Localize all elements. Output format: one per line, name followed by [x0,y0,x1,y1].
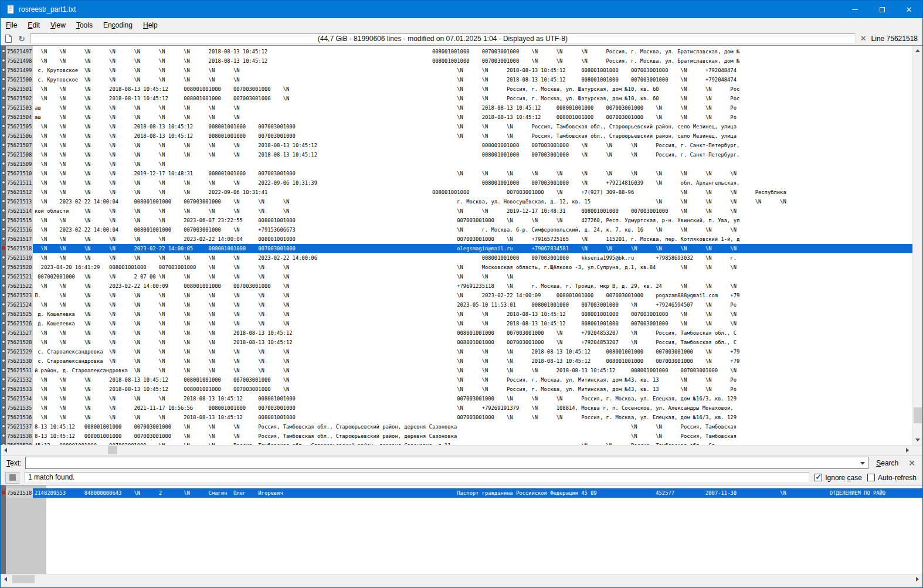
line-bullet-icon[interactable] [1,441,6,445]
line-bullet-icon[interactable] [1,431,6,441]
log-line-75621518[interactable]: 756215182148209553 848000000643 \N 2 \N … [1,488,922,498]
log-line-75621498[interactable]: 75621498 \N \N \N \N \N \N \N 2018-08-13… [1,56,922,66]
line-bullet-icon[interactable] [1,234,6,244]
line-bullet-icon[interactable] [1,113,6,122]
line-bullet-icon[interactable] [1,56,6,66]
line-bullet-icon[interactable] [1,141,6,150]
scroll-down-arrow[interactable] [913,435,922,445]
log-line-75621516[interactable]: 75621516 \N 2023-02-22 14:00:04 00800100… [1,225,922,234]
log-line-75621500[interactable]: 75621500 с. Крутовское \N \N \N \N \N \N… [1,75,922,84]
log-line-75621538[interactable]: 756215388-13 10:45:12 008001001000 00700… [1,431,922,441]
line-bullet-icon[interactable] [1,347,6,356]
filtered-horizontal-scrollbar[interactable] [1,574,922,584]
log-line-75621533[interactable]: 75621533 \N \N \N 2018-08-13 10:45:12 00… [1,385,922,394]
log-line-75621531[interactable]: 75621531й район, д. Староалександровка \… [1,366,922,375]
ignore-case-checkbox[interactable] [815,474,822,481]
vertical-scrollbar[interactable] [912,46,922,445]
line-bullet-icon[interactable] [1,94,6,103]
line-bullet-icon[interactable] [1,422,6,431]
menu-edit[interactable]: Edit [22,19,45,31]
log-line-75621503[interactable]: 75621503аш \N \N \N \N \N \N \N \N \N 20… [1,103,922,113]
log-line-75621510[interactable]: 75621510 \N \N \N \N 2019-12-17 10:48:31… [1,169,922,178]
stop-search-button[interactable] [5,472,19,484]
menu-tools[interactable]: Tools [71,19,98,31]
log-line-75621522[interactable]: 75621522 \N \N \N 2023-02-22 14:00:09 00… [1,281,922,291]
log-line-75621512[interactable]: 75621512 \N \N \N \N \N \N \N 2022-09-06… [1,188,922,197]
log-line-75621532[interactable]: 75621532 \N \N \N 2018-08-13 10:45:12 00… [1,375,922,385]
line-bullet-icon[interactable] [1,47,6,56]
line-bullet-icon[interactable] [1,150,6,159]
maximize-button[interactable] [868,1,895,18]
line-bullet-icon[interactable] [1,300,6,310]
horizontal-scroll-track[interactable] [11,446,902,455]
log-line-75621514[interactable]: 75621514кой области \N \N \N \N \N \N \N… [1,206,922,216]
log-line-75621515[interactable]: 75621515 \N \N \N \N \N \N 2023-06-07 23… [1,216,922,225]
filtered-horizontal-scroll-track[interactable] [11,575,912,584]
line-bullet-icon[interactable] [1,394,6,403]
line-bullet-icon[interactable] [1,66,6,75]
scroll-up-arrow[interactable] [913,46,922,56]
close-button[interactable]: ✕ [895,1,922,18]
line-bullet-icon[interactable] [1,216,6,225]
line-bullet-icon[interactable] [1,319,6,328]
line-bullet-icon[interactable] [1,281,6,291]
line-bullet-icon[interactable] [1,178,6,188]
main-log-view[interactable]: 75621497 \N \N \N \N \N \N \N 2018-08-13… [1,45,922,445]
log-line-75621501[interactable]: 75621501 \N \N \N 2018-08-13 10:45:12 00… [1,84,922,94]
reload-icon[interactable]: ↻ [16,33,27,44]
log-line-75621537[interactable]: 756215378-13 10:45:12 008001001000 00700… [1,422,922,431]
log-line-75621530[interactable]: 75621530 с. Староалександровка \N \N \N … [1,356,922,366]
marked-bullet-icon[interactable] [1,244,6,253]
marked-bullet-icon[interactable] [1,488,6,498]
log-line-75621536[interactable]: 75621536 \N \N \N \N \N \N 2018-08-13 10… [1,413,922,422]
line-bullet-icon[interactable] [1,122,6,131]
ignore-case-option[interactable]: Ignore case [815,474,862,482]
log-line-75621517[interactable]: 75621517 \N \N \N \N \N \N 2023-02-22 14… [1,234,922,244]
minimize-button[interactable] [841,1,868,18]
log-line-75621520[interactable]: 75621520 2023-04-20 16:41:29 00800100100… [1,263,922,272]
line-bullet-icon[interactable] [1,84,6,94]
line-bullet-icon[interactable] [1,291,6,300]
auto-refresh-option[interactable]: Auto-refresh [867,474,917,482]
vertical-scroll-thumb[interactable] [914,407,922,423]
line-bullet-icon[interactable] [1,356,6,366]
line-bullet-icon[interactable] [1,272,6,281]
log-line-75621527[interactable]: 75621527 \N \N \N \N \N \N \N \N 2018-08… [1,328,922,338]
log-line-75621504[interactable]: 75621504аш \N \N \N \N \N \N \N \N \N 20… [1,113,922,122]
scroll-left-arrow[interactable] [1,446,11,455]
menu-view[interactable]: View [45,19,71,31]
line-bullet-icon[interactable] [1,310,6,319]
line-bullet-icon[interactable] [1,225,6,234]
line-bullet-icon[interactable] [1,197,6,206]
log-line-75621513[interactable]: 75621513 \N 2023-02-22 14:00:04 00800100… [1,197,922,206]
vertical-scroll-track[interactable] [913,56,922,435]
line-bullet-icon[interactable] [1,328,6,338]
line-bullet-icon[interactable] [1,75,6,84]
log-line-75621528[interactable]: 75621528 \N \N \N \N \N \N \N \N 2018-08… [1,338,922,347]
line-bullet-icon[interactable] [1,413,6,422]
line-bullet-icon[interactable] [1,206,6,216]
menu-file[interactable]: File [1,19,22,31]
chevron-down-icon[interactable] [860,462,865,465]
line-bullet-icon[interactable] [1,159,6,169]
line-bullet-icon[interactable] [1,188,6,197]
log-line-75621519[interactable]: 75621519 \N \N \N \N \N \N \N \N \N 2023… [1,253,922,263]
line-bullet-icon[interactable] [1,403,6,413]
menu-encoding[interactable]: Encoding [98,19,138,31]
line-bullet-icon[interactable] [1,385,6,394]
log-line-75621521[interactable]: 75621521 007002001000 \N \N 2 07 00 \N \… [1,272,922,281]
line-bullet-icon[interactable] [1,131,6,141]
line-bullet-icon[interactable] [1,253,6,263]
log-line-75621526[interactable]: 75621526 д. Кошелевка \N \N \N \N \N \N … [1,319,922,328]
log-line-75621529[interactable]: 75621529 с. Староалександровка \N \N \N … [1,347,922,356]
open-file-icon[interactable] [3,33,13,44]
log-line-75621497[interactable]: 75621497 \N \N \N \N \N \N \N 2018-08-13… [1,47,922,56]
search-button[interactable]: Search [873,458,902,468]
menu-help[interactable]: Help [138,19,163,31]
filtered-scroll-right-arrow[interactable] [912,575,922,584]
log-line-75621535[interactable]: 75621535 \N \N \N \N 2021-11-17 10:56:56… [1,403,922,413]
auto-refresh-checkbox[interactable] [867,474,875,481]
close-search-icon[interactable]: ✕ [906,458,918,468]
line-bullet-icon[interactable] [1,375,6,385]
log-line-75621534[interactable]: 75621534 \N \N \N \N \N \N 2018-08-13 10… [1,394,922,403]
